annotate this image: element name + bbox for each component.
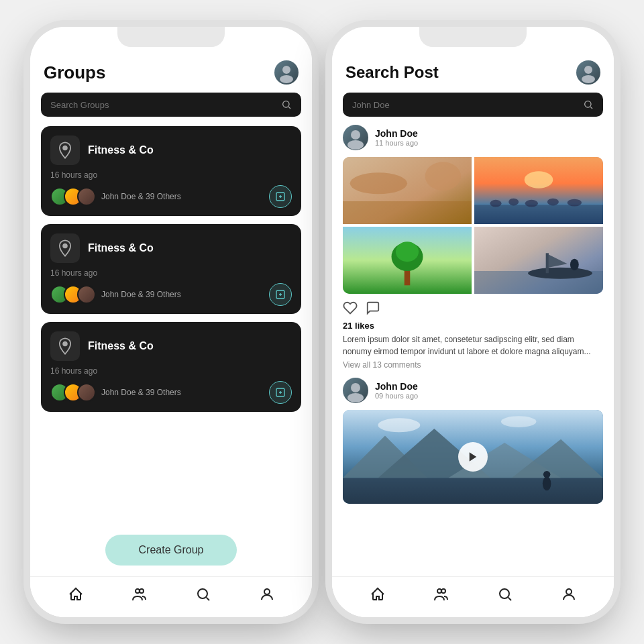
svg-point-2 bbox=[283, 101, 289, 107]
svg-point-11 bbox=[140, 589, 144, 593]
svg-line-59 bbox=[508, 598, 511, 600]
group-logo bbox=[50, 136, 80, 165]
like-icon[interactable] bbox=[343, 301, 358, 318]
member-avatar bbox=[77, 383, 96, 402]
group-name: Fitness & Co bbox=[88, 144, 154, 156]
svg-rect-50 bbox=[343, 478, 603, 504]
svg-point-6 bbox=[63, 244, 67, 248]
view-comments[interactable]: View all 13 comments bbox=[343, 360, 603, 370]
post-search-bar[interactable] bbox=[343, 93, 603, 117]
search-post-screen: Search Post bbox=[332, 27, 614, 617]
svg-point-29 bbox=[508, 199, 519, 206]
member-avatar bbox=[77, 187, 96, 206]
svg-point-19 bbox=[351, 130, 360, 140]
svg-rect-40 bbox=[546, 253, 549, 273]
group-card[interactable]: Fitness & Co 16 hours ago John Doe & 39 … bbox=[41, 322, 301, 412]
svg-point-22 bbox=[425, 162, 461, 191]
notch bbox=[419, 27, 527, 47]
svg-rect-24 bbox=[343, 201, 472, 224]
join-button[interactable] bbox=[269, 185, 292, 208]
author-avatar-2 bbox=[343, 378, 368, 403]
group-members-row: John Doe & 39 Others bbox=[50, 381, 292, 404]
svg-point-52 bbox=[543, 471, 550, 478]
svg-point-30 bbox=[525, 200, 538, 207]
author-time: 11 hours ago bbox=[375, 139, 418, 147]
member-avatar bbox=[77, 285, 96, 304]
play-button[interactable] bbox=[458, 442, 488, 472]
user-avatar[interactable] bbox=[274, 60, 299, 85]
user-avatar[interactable] bbox=[576, 60, 600, 85]
photo-desert bbox=[343, 157, 472, 224]
search-post-title: Search Post bbox=[345, 63, 439, 82]
author-avatar bbox=[343, 125, 368, 150]
group-card[interactable]: Fitness & Co 16 hours ago John Doe & 39 … bbox=[41, 224, 301, 314]
svg-point-60 bbox=[566, 589, 572, 594]
svg-point-36 bbox=[396, 241, 419, 262]
groups-header: Groups bbox=[30, 54, 312, 93]
svg-point-12 bbox=[198, 589, 207, 598]
svg-point-4 bbox=[63, 146, 67, 150]
svg-point-39 bbox=[528, 268, 592, 279]
nav-profile[interactable] bbox=[258, 585, 276, 604]
svg-point-8 bbox=[63, 342, 67, 346]
group-members-row: John Doe & 39 Others bbox=[50, 185, 292, 208]
svg-point-31 bbox=[547, 199, 559, 206]
phone-groups: Groups bbox=[30, 27, 312, 617]
member-names: John Doe & 39 Others bbox=[101, 388, 181, 397]
group-logo bbox=[50, 233, 80, 263]
groups-list: Fitness & Co 16 hours ago John Doe & 39 … bbox=[30, 126, 312, 524]
member-names: John Doe & 39 Others bbox=[101, 192, 181, 201]
svg-point-42 bbox=[570, 259, 579, 270]
svg-point-51 bbox=[543, 476, 551, 490]
search-bar[interactable] bbox=[41, 93, 301, 117]
svg-point-44 bbox=[347, 393, 364, 402]
author-name: John Doe bbox=[375, 128, 418, 139]
svg-point-0 bbox=[282, 66, 290, 74]
search-icon bbox=[583, 99, 594, 110]
search-input[interactable] bbox=[50, 100, 276, 110]
svg-point-1 bbox=[280, 75, 293, 83]
svg-point-14 bbox=[264, 589, 270, 594]
nav-groups-2[interactable] bbox=[432, 585, 451, 604]
comment-icon[interactable] bbox=[366, 301, 380, 318]
svg-line-13 bbox=[206, 598, 209, 600]
group-time: 16 hours ago bbox=[50, 170, 292, 180]
post-feed: John Doe 11 hours ago bbox=[332, 125, 614, 576]
svg-point-20 bbox=[347, 140, 364, 150]
search-post-header: Search Post bbox=[332, 54, 614, 93]
group-time: 16 hours ago bbox=[50, 268, 292, 278]
video-thumbnail[interactable] bbox=[343, 410, 603, 504]
member-avatars bbox=[50, 285, 91, 304]
join-button[interactable] bbox=[269, 381, 292, 404]
likes-count: 21 likes bbox=[343, 321, 603, 331]
groups-screen: Groups bbox=[30, 27, 312, 617]
nav-search-2[interactable] bbox=[496, 585, 515, 604]
svg-point-23 bbox=[350, 172, 407, 194]
svg-rect-27 bbox=[474, 205, 603, 224]
svg-point-43 bbox=[351, 383, 360, 392]
svg-line-18 bbox=[590, 107, 592, 109]
svg-line-3 bbox=[288, 107, 290, 109]
create-group-button[interactable]: Create Group bbox=[105, 535, 237, 566]
phone-search-post: Search Post bbox=[332, 27, 614, 617]
nav-profile-2[interactable] bbox=[559, 585, 578, 604]
nav-home-2[interactable] bbox=[368, 585, 387, 604]
group-card[interactable]: Fitness & Co 16 hours ago John Doe & 39 … bbox=[41, 126, 301, 216]
nav-search[interactable] bbox=[194, 585, 213, 604]
svg-point-53 bbox=[378, 418, 420, 432]
join-button[interactable] bbox=[269, 283, 292, 306]
post-author-2: John Doe 09 hours ago bbox=[343, 378, 603, 403]
nav-groups[interactable] bbox=[130, 585, 149, 604]
svg-point-16 bbox=[582, 75, 595, 83]
photo-tree bbox=[343, 227, 472, 294]
group-name: Fitness & Co bbox=[88, 242, 154, 254]
group-logo bbox=[50, 331, 80, 361]
search-icon bbox=[281, 99, 292, 110]
groups-page-title: Groups bbox=[44, 62, 105, 83]
nav-home[interactable] bbox=[66, 585, 85, 604]
post-search-input[interactable] bbox=[352, 100, 578, 110]
post-caption: Lorem ipsum dolor sit amet, consetetur s… bbox=[343, 333, 603, 358]
member-avatars bbox=[50, 187, 91, 206]
post-author: John Doe 11 hours ago bbox=[343, 125, 603, 150]
post-actions bbox=[343, 301, 603, 318]
